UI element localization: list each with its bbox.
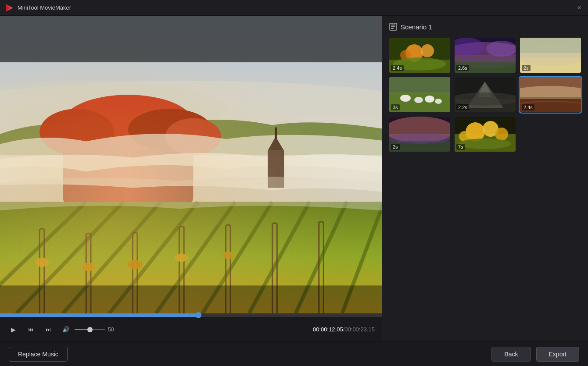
thumbnail-2[interactable]: 2.6s	[455, 38, 516, 73]
svg-point-29	[421, 44, 434, 57]
thumb-duration-2: 2.6s	[456, 65, 469, 71]
volume-icon[interactable]: 🔊	[60, 323, 72, 336]
video-area	[0, 16, 382, 313]
app-title: MiniTool MovieMaker	[18, 4, 71, 11]
step-back-button[interactable]: ⏮	[25, 323, 37, 336]
thumb-duration-6: 2.4s	[522, 104, 534, 110]
title-bar-left: MiniTool MovieMaker	[5, 4, 71, 12]
current-time: 00:00:12.05	[313, 326, 343, 333]
bottom-right-buttons: Back Export	[491, 347, 579, 362]
thumb-duration-5: 2.2s	[456, 104, 469, 110]
thumbnail-4[interactable]: 3s	[389, 77, 450, 112]
export-button[interactable]: Export	[536, 347, 579, 362]
video-preview	[0, 16, 382, 313]
progress-bar[interactable]	[0, 313, 382, 317]
svg-point-48	[435, 99, 442, 104]
time-display: 00:00:12.05/00:00:23.15	[313, 326, 375, 333]
svg-point-62	[389, 133, 450, 144]
title-bar: MiniTool MovieMaker ×	[0, 0, 588, 16]
svg-point-47	[425, 96, 434, 103]
main-layout: ▶ ⏮ ⏭ 🔊 50 00:00:12.05/00:00:23.15 Scena…	[0, 16, 588, 341]
svg-point-53	[455, 92, 516, 106]
volume-slider[interactable]	[75, 329, 105, 330]
step-forward-button[interactable]: ⏭	[42, 323, 54, 336]
svg-rect-41	[520, 38, 581, 53]
back-button[interactable]: Back	[491, 347, 531, 362]
thumbnail-grid: 2.4s 2.6s	[389, 38, 581, 152]
svg-point-45	[400, 95, 411, 102]
replace-music-button[interactable]: Replace Music	[9, 347, 68, 362]
scenario-title: Scenario 1	[401, 23, 432, 31]
progress-fill	[0, 313, 198, 317]
svg-point-37	[486, 41, 516, 57]
svg-rect-23	[391, 25, 395, 25]
svg-point-67	[495, 128, 508, 141]
scenario-header: Scenario 1	[389, 23, 581, 31]
play-button[interactable]: ▶	[7, 323, 19, 336]
close-button[interactable]: ×	[576, 4, 583, 11]
thumbnail-1[interactable]: 2.4s	[389, 38, 450, 73]
svg-rect-25	[391, 28, 394, 29]
thumb-duration-4: 3s	[391, 104, 400, 110]
app-logo-icon	[5, 4, 14, 12]
controls-bar: ▶ ⏮ ⏭ 🔊 50 00:00:12.05/00:00:23.15	[0, 317, 382, 341]
svg-point-69	[459, 139, 511, 149]
thumbnail-3[interactable]: 2s	[520, 38, 581, 73]
svg-point-46	[414, 97, 423, 103]
svg-rect-21	[0, 285, 382, 313]
total-time: 00:00:23.15	[344, 326, 375, 333]
thumb-duration-7: 2s	[391, 144, 400, 150]
thumb-duration-3: 2s	[522, 65, 531, 71]
svg-rect-24	[391, 26, 395, 27]
scenario-icon	[389, 23, 397, 31]
volume-value: 50	[108, 327, 118, 333]
volume-control: 🔊 50	[60, 323, 118, 336]
progress-handle[interactable]	[195, 312, 201, 318]
thumbnail-6[interactable]: 2.4s	[520, 77, 581, 112]
thumbnail-8[interactable]: 7s	[455, 117, 516, 152]
svg-rect-44	[389, 77, 450, 94]
svg-rect-20	[0, 16, 382, 62]
progress-track	[0, 313, 382, 317]
thumb-duration-1: 2.4s	[391, 65, 404, 71]
thumb-duration-8: 7s	[456, 144, 465, 150]
thumbnail-5[interactable]: 2.2s	[455, 77, 516, 112]
bottom-bar: Replace Music Back Export	[0, 341, 588, 366]
player-panel: ▶ ⏮ ⏭ 🔊 50 00:00:12.05/00:00:23.15	[0, 16, 382, 341]
thumbnail-7[interactable]: 2s	[389, 117, 450, 152]
right-panel: Scenario 1 2.4s	[382, 16, 588, 341]
